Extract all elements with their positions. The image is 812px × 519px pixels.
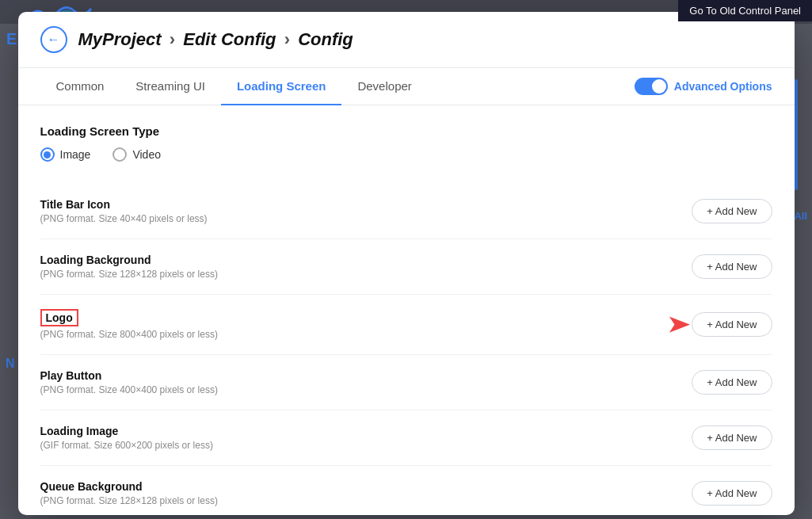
add-new-button-loading-image[interactable]: + Add New	[692, 426, 772, 450]
tab-streaming-ui[interactable]: Streaming UI	[120, 68, 221, 105]
config-row-logo-left: Logo (PNG format. Size 800×400 pixels or…	[40, 309, 218, 340]
config-row-queue-background: Queue Background (PNG format. Size 128×1…	[40, 466, 772, 515]
radio-video-label: Video	[132, 148, 161, 161]
go-to-old-panel-button[interactable]: Go To Old Control Panel	[678, 0, 812, 21]
add-new-button-logo[interactable]: + Add New	[692, 312, 772, 337]
config-row-title-bar-icon-left: Title Bar Icon (PNG format. Size 40×40 p…	[40, 198, 208, 224]
config-label-loading-image: Loading Image	[40, 425, 213, 437]
config-sublabel-title-bar-icon: (PNG format. Size 40×40 pixels or less)	[40, 213, 208, 224]
radio-video-circle	[112, 147, 127, 162]
top-bar-label: Go To Old Control Panel	[689, 5, 801, 17]
breadcrumb-sep1: ›	[170, 29, 180, 49]
config-sublabel-loading-background: (PNG format. Size 128×128 pixels or less…	[40, 269, 218, 280]
config-row-logo: Logo (PNG format. Size 800×400 pixels or…	[40, 295, 772, 355]
red-arrow-icon: ➤	[667, 311, 689, 338]
config-sublabel-loading-image: (GIF format. Size 600×200 pixels or less…	[40, 440, 213, 451]
config-row-loading-background-left: Loading Background (PNG format. Size 128…	[40, 254, 218, 280]
radio-image[interactable]: Image	[40, 147, 91, 162]
tab-loading-screen[interactable]: Loading Screen	[221, 68, 342, 105]
radio-image-circle	[40, 147, 55, 162]
n-label: N	[6, 357, 15, 371]
config-label-loading-background: Loading Background	[40, 254, 218, 266]
advanced-options-toggle[interactable]	[635, 78, 668, 95]
add-new-button-queue-background[interactable]: + Add New	[692, 481, 772, 506]
config-sublabel-logo: (PNG format. Size 800×400 pixels or less…	[40, 329, 218, 340]
tab-common[interactable]: Common	[40, 68, 120, 105]
all-label: All	[794, 210, 807, 222]
breadcrumb-edit-config: Edit Config	[183, 29, 276, 49]
breadcrumb-config: Config	[298, 29, 353, 49]
modal-overlay: ← MyProject › Edit Config › Config Commo…	[0, 0, 812, 519]
config-sublabel-play-button: (PNG format. Size 400×400 pixels or less…	[40, 384, 218, 395]
config-row-loading-image: Loading Image (GIF format. Size 600×200 …	[40, 410, 772, 466]
config-label-play-button: Play Button	[40, 369, 218, 382]
config-label-logo: Logo	[40, 309, 78, 326]
config-sublabel-queue-background: (PNG format. Size 128×128 pixels or less…	[40, 495, 218, 506]
breadcrumb-project: MyProject	[78, 29, 162, 49]
config-row-title-bar-icon: Title Bar Icon (PNG format. Size 40×40 p…	[40, 184, 772, 239]
loading-screen-type-title: Loading Screen Type	[40, 124, 772, 138]
radio-image-label: Image	[60, 148, 91, 161]
config-row-queue-background-left: Queue Background (PNG format. Size 128×1…	[40, 480, 218, 506]
config-rows-container: Title Bar Icon (PNG format. Size 40×40 p…	[40, 184, 772, 515]
config-label-queue-background: Queue Background	[40, 480, 218, 493]
edit-config-modal: ← MyProject › Edit Config › Config Commo…	[18, 12, 795, 515]
add-new-button-play-button[interactable]: + Add New	[692, 370, 772, 395]
breadcrumb: MyProject › Edit Config › Config	[78, 29, 353, 50]
brand-initial: E	[6, 30, 17, 48]
tab-developer[interactable]: Developer	[341, 68, 427, 105]
loading-screen-type-radio-group: Image Video	[40, 147, 772, 162]
config-row-play-button-left: Play Button (PNG format. Size 400×400 pi…	[40, 369, 218, 395]
breadcrumb-sep2: ›	[284, 29, 295, 49]
back-button[interactable]: ←	[40, 26, 67, 53]
add-new-button-title-bar-icon[interactable]: + Add New	[692, 199, 772, 223]
config-row-loading-background: Loading Background (PNG format. Size 128…	[40, 239, 772, 295]
back-icon: ←	[48, 32, 60, 47]
advanced-options-label: Advanced Options	[674, 80, 772, 93]
config-label-title-bar-icon: Title Bar Icon	[40, 198, 208, 211]
advanced-options-toggle-area[interactable]: Advanced Options	[635, 78, 772, 95]
config-row-play-button: Play Button (PNG format. Size 400×400 pi…	[40, 355, 772, 410]
add-new-button-loading-background[interactable]: + Add New	[692, 254, 772, 279]
config-row-loading-image-left: Loading Image (GIF format. Size 600×200 …	[40, 425, 213, 451]
modal-body: Loading Screen Type Image Video Title Ba…	[18, 105, 795, 515]
tab-bar: Common Streaming UI Loading Screen Devel…	[18, 68, 795, 105]
radio-video[interactable]: Video	[112, 147, 161, 162]
